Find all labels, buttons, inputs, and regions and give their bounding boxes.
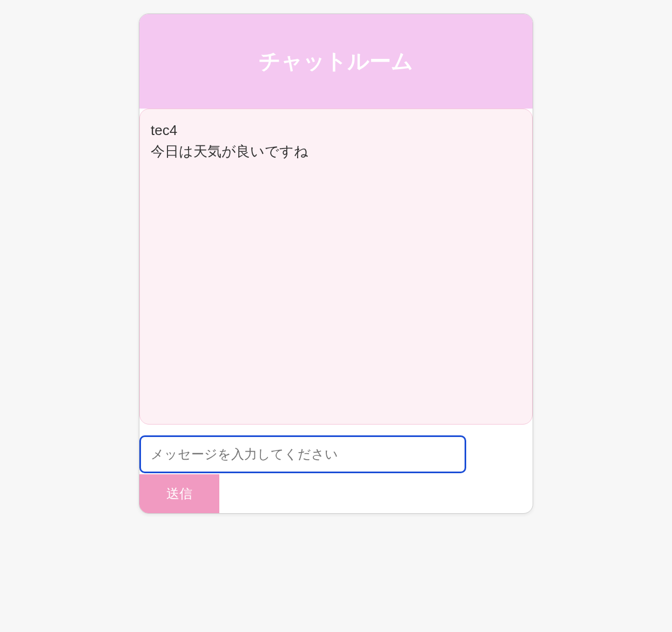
message-input[interactable] bbox=[139, 435, 466, 473]
chat-header: チャットルーム bbox=[139, 14, 533, 109]
message-text: 今日は天気が良いですね bbox=[151, 141, 521, 162]
messages-panel[interactable]: tec4 今日は天気が良いですね bbox=[139, 109, 533, 425]
page-title: チャットルーム bbox=[259, 49, 413, 73]
input-area: 送信 bbox=[139, 425, 533, 513]
message-item: tec4 今日は天気が良いですね bbox=[151, 120, 521, 162]
chat-container: チャットルーム tec4 今日は天気が良いですね 送信 bbox=[139, 14, 533, 514]
send-button[interactable]: 送信 bbox=[139, 474, 219, 513]
message-user: tec4 bbox=[151, 120, 521, 141]
